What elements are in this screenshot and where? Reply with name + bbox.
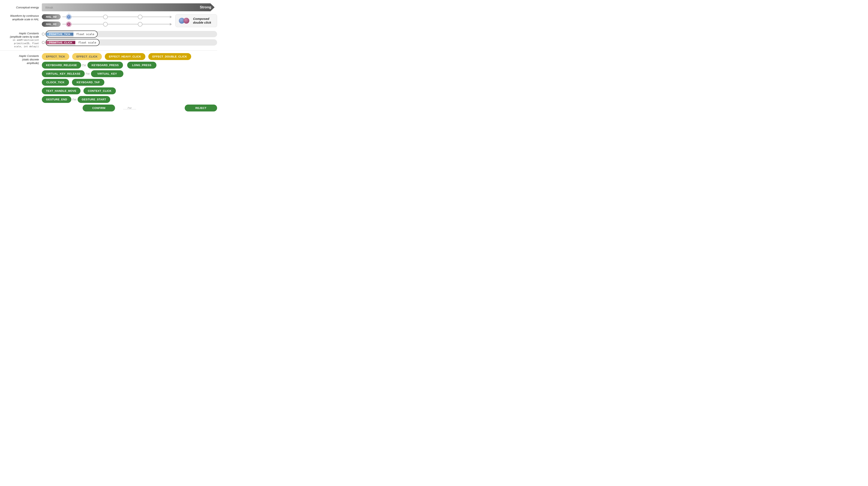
- composed-legend: Composeddouble click: [175, 14, 217, 27]
- hal-h1-end-dot: [138, 22, 143, 27]
- context-click-btn[interactable]: CONTEXT_CLICK: [84, 88, 116, 94]
- confirm-btn[interactable]: CONFIRM: [83, 104, 115, 111]
- hal-h1-track: S: [62, 24, 170, 25]
- text-context-row: TEXT_HANDLE_MOVE CONTEXT_CLICK: [42, 88, 217, 94]
- legend-circle-pink: [183, 18, 189, 24]
- effect-click-btn[interactable]: EFFECT_CLICK: [72, 53, 102, 60]
- hal-h1-mid-dot: [103, 22, 108, 27]
- reject-btn[interactable]: REJECT: [185, 104, 217, 111]
- hal-h1-start-dot: S: [66, 22, 71, 27]
- keyboard-row: KEYBOARD_RELEASE Pair KEYBOARD_PRESS LON…: [42, 62, 217, 69]
- primitive-tick-track: PRIMITIVE_TICK float scale: [46, 31, 217, 37]
- primitive-click-name: PRIMITIVE_CLICK: [46, 41, 75, 44]
- gesture-row: GESTURE_END Pair GESTURE_START: [42, 96, 217, 103]
- clock-tap-row: CLOCK_TICK KEYBOARD_TAP: [42, 79, 217, 86]
- hal-h0-mid-dot: [103, 14, 108, 19]
- pair-line-2: [86, 75, 90, 75]
- constants-grid: EFFECT_TICK EFFECT_CLICK EFFECT_HEAVY_CL…: [42, 53, 217, 111]
- effect-heavy-click-btn[interactable]: EFFECT_HEAVY_CLICK: [105, 53, 145, 60]
- confirm-reject-row: CONFIRM Pair REJECT: [42, 104, 217, 111]
- composed-double-click-label: Composeddouble click: [193, 17, 211, 25]
- pair-connector-3: Pair: [72, 98, 77, 101]
- primitive-tick-row: PRIMITIVE_TICK float scale: [42, 31, 217, 37]
- hal-h1-arrow: [170, 23, 172, 26]
- hal-h0-track: S: [62, 17, 170, 17]
- hal-h0-row: HAL_H0 S: [42, 14, 172, 20]
- section-divider: [0, 51, 217, 51]
- keyboard-release-btn[interactable]: KEYBOARD_RELEASE: [42, 62, 81, 69]
- virtual-key-btn[interactable]: VIRTUAL_KEY: [91, 70, 123, 77]
- constants-section: Haptic Constants (static discrete amplit…: [0, 53, 217, 111]
- energy-weak-label: Weak: [45, 6, 53, 9]
- gesture-end-btn[interactable]: GESTURE_END: [42, 96, 71, 103]
- hal-h0-end-dot: [138, 14, 143, 19]
- legend-circles: [179, 18, 189, 24]
- primitive-click-radio[interactable]: [42, 41, 45, 44]
- primitive-click-track: PRIMITIVE_CLICK float scale: [46, 39, 217, 45]
- hal-h1-row: HAL_H1 S: [42, 22, 172, 27]
- pair-label-4: Pair: [128, 107, 132, 109]
- constants-label: Haptic Constants (static discrete amplit…: [0, 53, 42, 65]
- pair-connector-1: Pair: [82, 64, 87, 66]
- primitive-tick-param: float scale: [73, 31, 97, 37]
- pair-connector-4: Pair: [123, 107, 136, 109]
- hal-h0-chip: HAL_H0: [42, 14, 61, 20]
- waveform-label: Waveform by continuous amplitude scale i…: [0, 14, 42, 21]
- primitive-tick-name: PRIMITIVE_TICK: [46, 33, 73, 36]
- primitive-tick-radio[interactable]: [42, 33, 45, 36]
- keyboard-tap-btn[interactable]: KEYBOARD_TAP: [72, 79, 104, 86]
- primitive-click-param: float scale: [75, 39, 99, 45]
- clock-tick-btn[interactable]: CLOCK_TICK: [42, 79, 69, 86]
- pair-line-4: [123, 109, 136, 109]
- pair-label-2: Pair: [86, 72, 90, 75]
- energy-strong-label: Strong: [200, 5, 211, 9]
- text-handle-move-btn[interactable]: TEXT_HANDLE_MOVE: [42, 88, 81, 94]
- primitive-rows: PRIMITIVE_TICK float scale PRIMITIVE_CLI…: [42, 31, 217, 48]
- gesture-start-btn[interactable]: GESTURE_START: [78, 96, 110, 103]
- primitive-click-pill: PRIMITIVE_CLICK float scale: [46, 39, 99, 45]
- pair-connector-2: Pair: [86, 72, 90, 75]
- hal-h0-arrow: [170, 16, 172, 18]
- energy-bar: Weak Strong: [42, 3, 215, 11]
- long-press-btn[interactable]: LONG_PRESS: [127, 62, 156, 69]
- hal-h0-start-dot: S: [66, 14, 71, 19]
- primitives-label: Haptic Constants (amplitude varies by sc…: [0, 31, 42, 48]
- keyboard-press-btn[interactable]: KEYBOARD_PRESS: [87, 62, 123, 69]
- hal-rows-area: HAL_H0 S HAL_H1: [42, 14, 172, 29]
- energy-label: Conceptual energy: [0, 6, 42, 9]
- page: Conceptual energy Weak Strong Waveform b…: [0, 0, 217, 115]
- hal-h1-chip: HAL_H1: [42, 22, 61, 27]
- virtual-key-release-btn[interactable]: VIRTUAL_KEY_RELEASE: [42, 70, 85, 77]
- primitive-tick-pill: PRIMITIVE_TICK float scale: [46, 31, 97, 37]
- effects-row: EFFECT_TICK EFFECT_CLICK EFFECT_HEAVY_CL…: [42, 53, 217, 60]
- pair-label-3: Pair: [72, 98, 76, 101]
- virtual-key-row: VIRTUAL_KEY_RELEASE Pair VIRTUAL_KEY: [42, 70, 217, 77]
- pair-label-1: Pair: [82, 64, 86, 66]
- primitive-click-row: PRIMITIVE_CLICK float scale: [42, 39, 217, 45]
- effect-tick-btn[interactable]: EFFECT_TICK: [42, 53, 69, 60]
- effect-double-click-btn[interactable]: EFFECT_DOUBLE_CLICK: [148, 53, 191, 60]
- energy-row: Conceptual energy Weak Strong: [0, 3, 217, 11]
- primitives-section: Haptic Constants (amplitude varies by sc…: [0, 31, 217, 48]
